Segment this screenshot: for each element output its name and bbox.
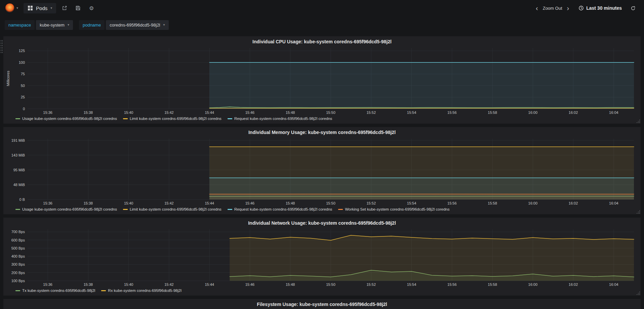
x-tick-label: 15:44: [205, 201, 214, 205]
zoom-out-button[interactable]: Zoom Out: [542, 6, 563, 11]
x-tick-label: 15:36: [43, 201, 52, 205]
panel-title[interactable]: Individual CPU Usage: kube-system coredn…: [5, 38, 639, 46]
panel-title[interactable]: Individual Network Usage: kube-system co…: [5, 219, 639, 227]
dashboard-body: Individual CPU Usage: kube-system coredn…: [0, 34, 644, 309]
variable-namespace: namespace kube-system ▾: [5, 20, 73, 30]
x-tick-label: 15:46: [245, 282, 255, 286]
x-tick-label: 15:50: [326, 282, 335, 286]
chevron-right-icon: ›: [567, 4, 569, 12]
x-tick-label: 15:44: [205, 111, 214, 115]
x-tick-label: 15:52: [367, 282, 376, 286]
x-tick-label: 16:02: [569, 111, 578, 115]
legend-series-label: Usage kube-system coredns-695f96dcd5-98j…: [22, 207, 117, 211]
panel-title[interactable]: Individual Memory Usage: kube-system cor…: [5, 128, 639, 136]
legend-item[interactable]: Working Set kube-system coredns-695f96dc…: [338, 207, 449, 211]
x-tick-label: 16:04: [609, 282, 618, 286]
y-tick-label: 125: [19, 49, 25, 53]
x-tick-label: 15:52: [367, 111, 376, 115]
legend-item[interactable]: Limit kube-system coredns-695f96dcd5-98j…: [123, 117, 222, 121]
settings-button[interactable]: ⚙: [86, 3, 96, 13]
series-fill: [209, 62, 634, 109]
cpu-usage-legend: Usage kube-system coredns-695f96dcd5-98j…: [5, 116, 639, 121]
variable-namespace-dropdown[interactable]: kube-system ▾: [36, 20, 73, 30]
cpu-usage-chart[interactable]: 025507510012515:3615:3815:4015:4215:4415…: [5, 46, 639, 116]
x-tick-label: 15:36: [43, 111, 52, 115]
refresh-icon: [631, 6, 636, 11]
x-tick-label: 15:54: [407, 111, 416, 115]
legend-series-swatch: [228, 118, 232, 119]
y-tick-label: 25: [21, 95, 25, 99]
share-button[interactable]: [59, 3, 70, 13]
y-tick-label: 100 Bps: [11, 279, 25, 283]
legend-series-swatch: [123, 209, 128, 210]
legend-series-swatch: [15, 118, 20, 119]
network-usage-chart[interactable]: 100 Bps200 Bps300 Bps400 Bps500 Bps600 B…: [5, 227, 639, 288]
y-tick-label: 100: [19, 60, 25, 64]
x-tick-label: 15:56: [447, 282, 457, 286]
x-tick-label: 16:00: [528, 201, 538, 205]
x-tick-label: 15:50: [326, 201, 335, 205]
org-caret-down-icon: ▾: [16, 6, 18, 10]
panel-individual-cpu-usage: Individual CPU Usage: kube-system coredn…: [3, 36, 641, 124]
x-tick-label: 15:40: [124, 111, 133, 115]
gear-icon: ⚙: [89, 5, 94, 11]
x-tick-label: 15:38: [84, 111, 93, 115]
x-tick-label: 15:52: [367, 201, 376, 205]
legend-item[interactable]: Tx kube-system coredns-695f96dcd5-98j2l: [15, 289, 95, 293]
memory-usage-chart[interactable]: 0 B48 MiB95 MiB143 MiB191 MiB15:3615:381…: [5, 136, 639, 206]
x-tick-label: 16:00: [528, 111, 538, 115]
x-tick-label: 15:42: [164, 111, 174, 115]
x-tick-label: 16:00: [528, 282, 538, 286]
time-range-picker-button[interactable]: Last 30 minutes: [573, 5, 627, 11]
legend-item[interactable]: Request kube-system coredns-695f96dcd5-9…: [228, 117, 332, 121]
x-tick-label: 16:04: [609, 111, 618, 115]
dashboard-title: Pods: [36, 5, 47, 11]
share-icon: [62, 5, 67, 11]
sidebar-toggle-grip[interactable]: [0, 40, 3, 53]
legend-series-swatch: [338, 209, 343, 210]
time-range-label: Last 30 minutes: [586, 5, 622, 11]
x-tick-label: 15:58: [488, 282, 497, 286]
legend-item[interactable]: Rx kube-system coredns-695f96dcd5-98j2l: [101, 289, 182, 293]
legend-series-label: Usage kube-system coredns-695f96dcd5-98j…: [22, 117, 117, 121]
clock-icon: [578, 5, 584, 11]
legend-series-label: Limit kube-system coredns-695f96dcd5-98j…: [130, 117, 222, 121]
x-tick-label: 15:46: [245, 201, 255, 205]
x-tick-label: 15:48: [286, 282, 295, 286]
x-tick-label: 15:46: [245, 111, 255, 115]
x-tick-label: 15:58: [488, 201, 497, 205]
x-tick-label: 15:48: [286, 201, 295, 205]
grafana-logo-icon: [5, 3, 15, 13]
y-tick-label: 200 Bps: [11, 271, 25, 275]
legend-series-label: Working Set kube-system coredns-695f96dc…: [345, 207, 449, 211]
y-tick-label: 0 B: [19, 197, 25, 202]
legend-item[interactable]: Limit kube-system coredns-695f96dcd5-98j…: [123, 207, 222, 211]
legend-item[interactable]: Request kube-system coredns-695f96dcd5-9…: [228, 207, 332, 211]
save-icon: [75, 5, 81, 11]
variable-podname-value: coredns-695f96dcd5-98j2l: [110, 23, 160, 28]
x-tick-label: 15:56: [447, 111, 457, 115]
legend-series-label: Limit kube-system coredns-695f96dcd5-98j…: [130, 207, 222, 211]
x-tick-label: 15:38: [84, 282, 93, 286]
caret-down-icon: ▾: [68, 23, 69, 27]
panel-title[interactable]: Filesystem Usage: kube-system coredns-69…: [5, 300, 639, 308]
y-tick-label: 300 Bps: [11, 262, 25, 266]
variable-podname-dropdown[interactable]: coredns-695f96dcd5-98j2l ▾: [106, 20, 168, 30]
legend-series-swatch: [15, 290, 20, 291]
series-fill: [209, 194, 634, 200]
legend-item[interactable]: Usage kube-system coredns-695f96dcd5-98j…: [15, 117, 117, 121]
apps-grid-icon: [28, 5, 33, 11]
time-shift-forward-button[interactable]: ›: [564, 5, 572, 11]
save-button[interactable]: [73, 3, 83, 13]
legend-series-label: Rx kube-system coredns-695f96dcd5-98j2l: [108, 289, 182, 293]
time-shift-back-button[interactable]: ‹: [533, 5, 541, 11]
x-tick-label: 15:36: [43, 282, 52, 286]
legend-item[interactable]: Usage kube-system coredns-695f96dcd5-98j…: [15, 207, 117, 211]
legend-series-swatch: [15, 209, 20, 210]
y-tick-label: 500 Bps: [11, 246, 25, 250]
y-tick-label: 95 MiB: [13, 168, 25, 172]
panel-filesystem-usage: Filesystem Usage: kube-system coredns-69…: [3, 299, 641, 309]
refresh-button[interactable]: [628, 3, 638, 13]
grafana-logo-button[interactable]: ▾: [3, 3, 20, 13]
dashboard-picker[interactable]: Pods ▾: [24, 3, 56, 13]
